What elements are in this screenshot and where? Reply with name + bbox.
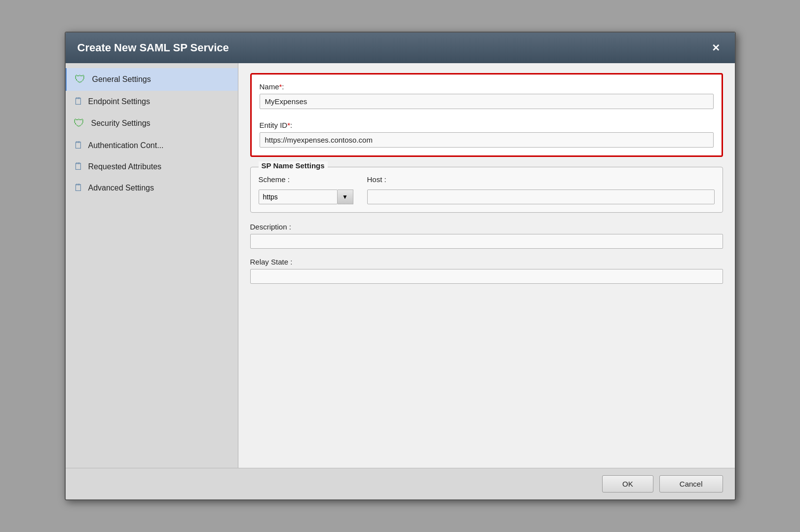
entity-id-label: Entity ID*:: [260, 121, 714, 129]
sidebar-label-advanced-settings: Advanced Settings: [88, 184, 154, 192]
green-shield-icon-security: [74, 117, 86, 130]
host-label: Host :: [367, 175, 715, 184]
description-input[interactable]: [250, 234, 723, 249]
sp-name-section: SP Name Settings Scheme : https http ▼: [250, 167, 723, 213]
highlighted-fields-section: Name*: Entity ID*:: [250, 73, 723, 157]
doc-icon-requested: 🗒: [74, 161, 83, 172]
sidebar-item-advanced-settings[interactable]: 🗒 Advanced Settings: [66, 177, 238, 198]
sidebar-label-requested-attributes: Requested Attributes: [88, 162, 162, 171]
sp-name-row: Scheme : https http ▼ Host :: [259, 175, 715, 204]
ok-button[interactable]: OK: [602, 475, 653, 493]
name-label: Name*:: [260, 82, 714, 91]
relay-state-input[interactable]: [250, 269, 723, 284]
sidebar-item-general-settings[interactable]: General Settings: [66, 68, 238, 91]
doc-icon-auth: 🗒: [74, 140, 83, 151]
entity-id-input[interactable]: [260, 132, 714, 148]
relay-state-section: Relay State :: [250, 258, 723, 284]
sp-name-section-title: SP Name Settings: [259, 161, 328, 170]
sidebar-item-security-settings[interactable]: Security Settings: [66, 112, 238, 135]
doc-icon-endpoint: 🗒: [74, 96, 83, 107]
host-field: Host :: [367, 175, 715, 204]
scheme-select[interactable]: https http: [259, 190, 338, 204]
doc-icon-advanced: 🗒: [74, 182, 83, 193]
description-label: Description :: [250, 223, 723, 231]
sidebar-item-endpoint-settings[interactable]: 🗒 Endpoint Settings: [66, 91, 238, 112]
relay-state-label: Relay State :: [250, 258, 723, 266]
close-button[interactable]: ✕: [709, 42, 723, 54]
scheme-field: Scheme : https http ▼: [259, 175, 357, 204]
name-input[interactable]: [260, 94, 714, 109]
dialog-title: Create New SAML SP Service: [77, 41, 229, 54]
sidebar-item-authentication-cont[interactable]: 🗒 Authentication Cont...: [66, 135, 238, 156]
description-section: Description :: [250, 223, 723, 249]
scheme-label: Scheme :: [259, 175, 357, 184]
main-content: Name*: Entity ID*: SP Name Settings Sche…: [238, 63, 735, 468]
sidebar-label-authentication-cont: Authentication Cont...: [88, 141, 164, 150]
dialog-header: Create New SAML SP Service ✕: [66, 33, 735, 63]
sidebar: General Settings 🗒 Endpoint Settings Sec…: [66, 63, 238, 468]
sidebar-label-endpoint-settings: Endpoint Settings: [88, 97, 150, 106]
dialog-footer: OK Cancel: [66, 468, 735, 499]
create-saml-dialog: Create New SAML SP Service ✕ General Set…: [65, 32, 736, 500]
scheme-dropdown-button[interactable]: ▼: [338, 190, 353, 204]
sidebar-label-general-settings: General Settings: [92, 75, 151, 84]
host-input[interactable]: [367, 190, 715, 204]
sidebar-item-requested-attributes[interactable]: 🗒 Requested Attributes: [66, 156, 238, 177]
cancel-button[interactable]: Cancel: [659, 475, 723, 493]
green-shield-icon-general: [75, 73, 87, 86]
dialog-body: General Settings 🗒 Endpoint Settings Sec…: [66, 63, 735, 468]
scheme-select-wrapper: https http ▼: [259, 190, 357, 204]
sidebar-label-security-settings: Security Settings: [91, 119, 151, 128]
